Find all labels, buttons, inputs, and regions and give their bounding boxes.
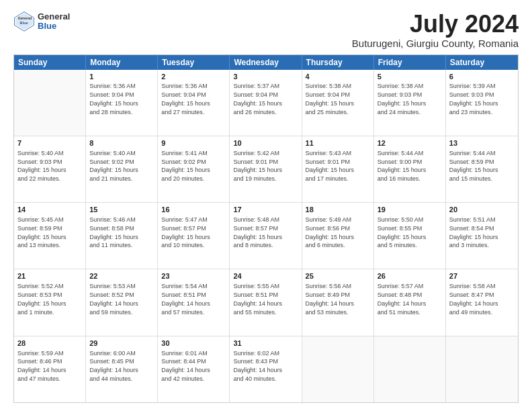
cell-content: Sunrise: 5:43 AM Sunset: 9:01 PM Dayligh…: [306, 150, 355, 182]
cell-content: Sunrise: 5:56 AM Sunset: 8:49 PM Dayligh…: [306, 283, 355, 315]
day-number: 19: [378, 205, 442, 215]
calendar-cell: 31Sunrise: 6:02 AM Sunset: 8:43 PM Dayli…: [230, 336, 302, 402]
cell-content: Sunrise: 5:48 AM Sunset: 8:57 PM Dayligh…: [233, 216, 282, 248]
day-number: 27: [449, 271, 515, 281]
cell-content: Sunrise: 5:45 AM Sunset: 8:59 PM Dayligh…: [17, 216, 66, 248]
day-number: 4: [306, 72, 370, 82]
calendar-cell: [446, 336, 518, 402]
calendar-cell: 20Sunrise: 5:51 AM Sunset: 8:54 PM Dayli…: [446, 203, 518, 269]
cell-content: Sunrise: 5:49 AM Sunset: 8:56 PM Dayligh…: [306, 216, 355, 248]
calendar-header-thursday: Thursday: [302, 55, 374, 70]
cell-content: Sunrise: 5:52 AM Sunset: 8:53 PM Dayligh…: [17, 283, 66, 315]
header: General Blue General Blue July 2024 Butu…: [13, 11, 519, 49]
cell-content: Sunrise: 6:02 AM Sunset: 8:43 PM Dayligh…: [233, 350, 282, 382]
calendar-cell: 26Sunrise: 5:57 AM Sunset: 8:48 PM Dayli…: [374, 269, 446, 335]
calendar-cell: 10Sunrise: 5:42 AM Sunset: 9:01 PM Dayli…: [230, 136, 302, 202]
calendar-cell: 24Sunrise: 5:55 AM Sunset: 8:51 PM Dayli…: [230, 269, 302, 335]
day-number: 31: [233, 338, 298, 349]
calendar-header-friday: Friday: [374, 55, 446, 70]
cell-content: Sunrise: 5:55 AM Sunset: 8:51 PM Dayligh…: [233, 283, 282, 315]
day-number: 13: [449, 138, 515, 148]
day-number: 25: [306, 271, 370, 281]
month-year: July 2024: [352, 11, 519, 38]
day-number: 29: [89, 338, 154, 349]
day-number: 18: [306, 205, 370, 215]
day-number: 28: [17, 338, 82, 349]
calendar: SundayMondayTuesdayWednesdayThursdayFrid…: [13, 54, 519, 403]
day-number: 14: [17, 205, 82, 215]
calendar-cell: [374, 336, 446, 402]
page: General Blue General Blue July 2024 Butu…: [0, 0, 532, 411]
calendar-cell: 18Sunrise: 5:49 AM Sunset: 8:56 PM Dayli…: [302, 203, 374, 269]
calendar-cell: 16Sunrise: 5:47 AM Sunset: 8:57 PM Dayli…: [158, 203, 230, 269]
svg-text:General: General: [17, 16, 32, 20]
calendar-cell: 2Sunrise: 5:36 AM Sunset: 9:04 PM Daylig…: [158, 70, 230, 136]
cell-content: Sunrise: 5:53 AM Sunset: 8:52 PM Dayligh…: [89, 283, 138, 315]
calendar-cell: 27Sunrise: 5:58 AM Sunset: 8:47 PM Dayli…: [446, 269, 518, 335]
day-number: 24: [233, 271, 298, 281]
day-number: 3: [233, 72, 298, 82]
calendar-cell: 21Sunrise: 5:52 AM Sunset: 8:53 PM Dayli…: [14, 269, 86, 335]
day-number: 22: [89, 271, 154, 281]
calendar-row-2: 14Sunrise: 5:45 AM Sunset: 8:59 PM Dayli…: [14, 202, 518, 269]
svg-text:Blue: Blue: [20, 21, 28, 25]
calendar-cell: 1Sunrise: 5:36 AM Sunset: 9:04 PM Daylig…: [86, 70, 158, 136]
logo-blue: Blue: [38, 21, 70, 31]
cell-content: Sunrise: 5:58 AM Sunset: 8:47 PM Dayligh…: [449, 283, 498, 315]
calendar-cell: 3Sunrise: 5:37 AM Sunset: 9:04 PM Daylig…: [230, 70, 302, 136]
calendar-cell: 5Sunrise: 5:38 AM Sunset: 9:03 PM Daylig…: [374, 70, 446, 136]
cell-content: Sunrise: 5:40 AM Sunset: 9:03 PM Dayligh…: [17, 150, 66, 182]
logo: General Blue General Blue: [13, 11, 70, 32]
title-block: July 2024 Buturugeni, Giurgiu County, Ro…: [352, 11, 519, 49]
day-number: 7: [17, 138, 82, 148]
day-number: 15: [89, 205, 154, 215]
calendar-header-monday: Monday: [86, 55, 158, 70]
calendar-row-1: 7Sunrise: 5:40 AM Sunset: 9:03 PM Daylig…: [14, 136, 518, 202]
day-number: 2: [161, 72, 226, 82]
cell-content: Sunrise: 5:41 AM Sunset: 9:02 PM Dayligh…: [161, 150, 210, 182]
cell-content: Sunrise: 5:46 AM Sunset: 8:58 PM Dayligh…: [89, 216, 138, 248]
calendar-body: 1Sunrise: 5:36 AM Sunset: 9:04 PM Daylig…: [14, 70, 518, 402]
calendar-cell: 29Sunrise: 6:00 AM Sunset: 8:45 PM Dayli…: [86, 336, 158, 402]
day-number: 16: [161, 205, 226, 215]
cell-content: Sunrise: 5:50 AM Sunset: 8:55 PM Dayligh…: [378, 216, 427, 248]
calendar-cell: 8Sunrise: 5:40 AM Sunset: 9:02 PM Daylig…: [86, 136, 158, 202]
cell-content: Sunrise: 6:00 AM Sunset: 8:45 PM Dayligh…: [89, 350, 138, 382]
day-number: 26: [378, 271, 442, 281]
day-number: 11: [306, 138, 370, 148]
cell-content: Sunrise: 5:40 AM Sunset: 9:02 PM Dayligh…: [89, 150, 138, 182]
calendar-cell: 6Sunrise: 5:39 AM Sunset: 9:03 PM Daylig…: [446, 70, 518, 136]
calendar-cell: [302, 336, 374, 402]
calendar-cell: 4Sunrise: 5:38 AM Sunset: 9:04 PM Daylig…: [302, 70, 374, 136]
day-number: 10: [233, 138, 298, 148]
logo-text: General Blue: [38, 12, 70, 32]
day-number: 1: [89, 72, 154, 82]
day-number: 20: [449, 205, 515, 215]
cell-content: Sunrise: 5:36 AM Sunset: 9:04 PM Dayligh…: [161, 83, 210, 115]
calendar-header-sunday: Sunday: [14, 55, 86, 70]
day-number: 6: [449, 72, 515, 82]
day-number: 30: [161, 338, 226, 349]
calendar-cell: 25Sunrise: 5:56 AM Sunset: 8:49 PM Dayli…: [302, 269, 374, 335]
day-number: 5: [378, 72, 442, 82]
calendar-header-tuesday: Tuesday: [158, 55, 230, 70]
cell-content: Sunrise: 6:01 AM Sunset: 8:44 PM Dayligh…: [161, 350, 210, 382]
day-number: 8: [89, 138, 154, 148]
calendar-cell: 22Sunrise: 5:53 AM Sunset: 8:52 PM Dayli…: [86, 269, 158, 335]
cell-content: Sunrise: 5:57 AM Sunset: 8:48 PM Dayligh…: [378, 283, 427, 315]
day-number: 23: [161, 271, 226, 281]
cell-content: Sunrise: 5:39 AM Sunset: 9:03 PM Dayligh…: [449, 83, 498, 115]
calendar-row-0: 1Sunrise: 5:36 AM Sunset: 9:04 PM Daylig…: [14, 70, 518, 136]
calendar-cell: 7Sunrise: 5:40 AM Sunset: 9:03 PM Daylig…: [14, 136, 86, 202]
cell-content: Sunrise: 5:37 AM Sunset: 9:04 PM Dayligh…: [233, 83, 282, 115]
calendar-cell: [14, 70, 86, 136]
day-number: 9: [161, 138, 226, 148]
calendar-cell: 30Sunrise: 6:01 AM Sunset: 8:44 PM Dayli…: [158, 336, 230, 402]
calendar-cell: 12Sunrise: 5:44 AM Sunset: 9:00 PM Dayli…: [374, 136, 446, 202]
calendar-cell: 11Sunrise: 5:43 AM Sunset: 9:01 PM Dayli…: [302, 136, 374, 202]
calendar-row-4: 28Sunrise: 5:59 AM Sunset: 8:46 PM Dayli…: [14, 336, 518, 402]
calendar-cell: 28Sunrise: 5:59 AM Sunset: 8:46 PM Dayli…: [14, 336, 86, 402]
calendar-header-wednesday: Wednesday: [230, 55, 302, 70]
location: Buturugeni, Giurgiu County, Romania: [352, 38, 519, 49]
calendar-cell: 15Sunrise: 5:46 AM Sunset: 8:58 PM Dayli…: [86, 203, 158, 269]
